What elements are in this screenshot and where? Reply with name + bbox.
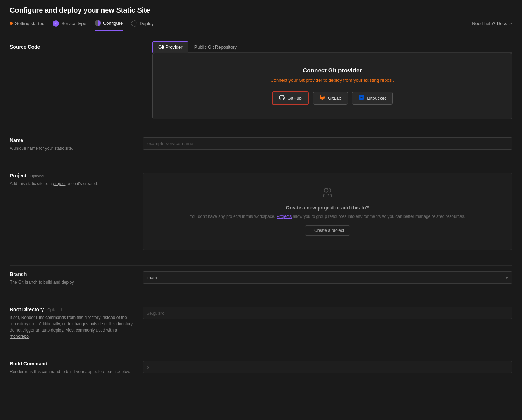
step-service-type-label: Service type	[61, 21, 86, 26]
gitlab-label: GitLab	[328, 95, 341, 101]
branch-divider	[10, 301, 512, 301]
github-label: GitHub	[287, 95, 301, 101]
branch-section: Branch The Git branch to build and deplo…	[0, 271, 522, 295]
root-dir-divider	[10, 355, 512, 355]
getting-started-dot-icon	[10, 22, 13, 25]
root-dir-prefix: ./e.g. src	[147, 310, 164, 315]
step-configure-label: Configure	[103, 21, 123, 26]
build-cmd-description: Render runs this command to build your a…	[10, 369, 133, 375]
project-create-desc: You don't have any projects in this work…	[150, 213, 505, 220]
root-dir-label-col: Root Directory Optional If set, Render r…	[10, 307, 143, 340]
gitlab-button[interactable]: GitLab	[313, 92, 348, 105]
root-dir-input-col: ./e.g. src	[143, 307, 512, 340]
branch-input-col: main master develop ▾	[143, 271, 512, 285]
external-link-icon: ↗	[509, 22, 512, 26]
step-service-type[interactable]: ✓ Service type	[53, 20, 86, 31]
tab-git-provider[interactable]: Git Provider	[152, 41, 188, 53]
svg-point-0	[324, 188, 328, 192]
bitbucket-label: Bitbucket	[367, 95, 386, 101]
name-label-col: Name A unique name for your static site.	[10, 137, 143, 151]
name-input[interactable]	[143, 137, 512, 150]
projects-link[interactable]: Projects	[277, 214, 292, 219]
project-input-col: Create a new project to add this to? You…	[143, 173, 512, 250]
root-dir-label: Root Directory Optional	[10, 307, 133, 312]
git-buttons: GitHub GitLab Bitb	[160, 91, 505, 105]
project-description: Add this static site to a project once i…	[10, 180, 133, 187]
name-divider	[10, 167, 512, 167]
name-input-col	[143, 137, 512, 151]
build-cmd-input[interactable]	[143, 361, 512, 373]
git-provider-title: Connect Git provider	[160, 67, 505, 74]
step-getting-started-label: Getting started	[15, 21, 44, 26]
build-cmd-prefix: $	[147, 364, 149, 370]
source-code-section: Source Code Git Provider Public Git Repo…	[0, 41, 522, 126]
project-empty-icon	[150, 187, 505, 201]
monorepo-link[interactable]: monorepo	[10, 334, 29, 339]
name-label: Name	[10, 137, 133, 143]
source-code-right: Git Provider Public Git Repository Conne…	[152, 41, 512, 126]
source-code-label-col: Source Code	[10, 41, 143, 126]
branch-select-wrapper: main master develop ▾	[143, 271, 512, 284]
git-provider-box: Connect Git provider Connect your Git pr…	[152, 53, 512, 119]
deploy-pending-icon	[131, 20, 137, 27]
subtitle-highlight: existing repos	[364, 78, 392, 83]
source-code-tabs: Git Provider Public Git Repository	[152, 41, 512, 53]
source-code-label: Source Code	[10, 44, 143, 50]
project-box: Create a new project to add this to? You…	[143, 173, 512, 250]
subtitle-before: Connect your Git provider to deploy from…	[270, 78, 362, 83]
branch-select[interactable]: main master develop	[143, 271, 512, 284]
create-project-button[interactable]: + Create a project	[305, 225, 350, 236]
github-button[interactable]: GitHub	[272, 91, 308, 105]
nav-steps: Getting started ✓ Service type Configure…	[10, 20, 154, 31]
service-type-check-icon: ✓	[53, 20, 59, 27]
build-cmd-wrapper: $	[143, 361, 512, 373]
project-optional-badge: Optional	[30, 174, 44, 178]
build-cmd-label: Build Command	[10, 361, 133, 366]
project-description-link[interactable]: project	[53, 181, 65, 186]
github-icon	[279, 95, 285, 101]
tab-public-git[interactable]: Public Git Repository	[188, 41, 243, 53]
step-deploy-label: Deploy	[140, 21, 153, 26]
root-dir-input[interactable]	[143, 307, 512, 319]
root-directory-section: Root Directory Optional If set, Render r…	[0, 307, 522, 349]
bitbucket-icon	[359, 95, 364, 101]
build-cmd-label-col: Build Command Render runs this command t…	[10, 361, 143, 375]
project-create-title: Create a new project to add this to?	[150, 205, 505, 211]
project-section: Project Optional Add this static site to…	[0, 173, 522, 260]
nav-bar: Getting started ✓ Service type Configure…	[10, 20, 512, 31]
step-configure[interactable]: Configure	[95, 20, 123, 31]
project-divider	[10, 265, 512, 266]
build-command-section: Build Command Render runs this command t…	[0, 361, 522, 385]
build-cmd-input-col: $	[143, 361, 512, 375]
need-help-link[interactable]: Need help? Docs ↗	[472, 21, 512, 30]
subtitle-after: .	[393, 78, 394, 83]
header: Configure and deploy your new Static Sit…	[0, 0, 522, 31]
branch-label: Branch	[10, 271, 133, 277]
branch-label-col: Branch The Git branch to build and deplo…	[10, 271, 143, 285]
step-deploy[interactable]: Deploy	[131, 20, 153, 31]
project-label-col: Project Optional Add this static site to…	[10, 173, 143, 250]
gitlab-icon	[320, 95, 325, 101]
root-dir-optional-badge: Optional	[47, 308, 62, 312]
root-dir-wrapper: ./e.g. src	[143, 307, 512, 319]
docs-link[interactable]: Docs ↗	[497, 21, 512, 26]
name-section: Name A unique name for your static site.	[0, 137, 522, 161]
configure-half-icon	[95, 20, 101, 26]
name-description: A unique name for your static site.	[10, 145, 133, 151]
root-dir-description: If set, Render runs commands from this d…	[10, 314, 133, 340]
page-title: Configure and deploy your new Static Sit…	[10, 6, 512, 14]
need-help-text: Need help?	[472, 21, 495, 26]
git-provider-subtitle: Connect your Git provider to deploy from…	[160, 78, 505, 83]
project-label: Project Optional	[10, 173, 133, 178]
step-getting-started[interactable]: Getting started	[10, 21, 44, 30]
bitbucket-button[interactable]: Bitbucket	[352, 92, 392, 105]
branch-description: The Git branch to build and deploy.	[10, 279, 133, 285]
